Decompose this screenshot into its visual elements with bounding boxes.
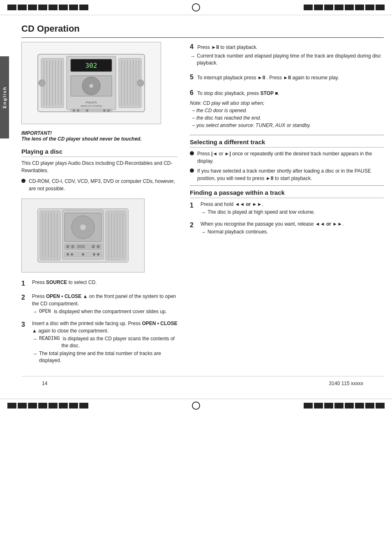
bottom-decorative-bar (0, 399, 392, 412)
step-4-arrow: → Current track number and elapsed playi… (190, 53, 384, 67)
arrow-icon: → (32, 335, 37, 343)
language-tab: English (0, 56, 9, 138)
important-text: The lens of the CD player should never b… (21, 136, 178, 142)
next-track-bold: ►| (225, 151, 231, 157)
note-source-text: – you select another source: TUNER, AUX … (192, 122, 311, 128)
bar-block (324, 5, 333, 10)
svg-point-30 (107, 109, 110, 112)
step-4-play-bold: ►II (211, 44, 219, 50)
finding-step-1-content: Press and hold ◄◄ or ►►. → The disc is p… (201, 201, 384, 216)
step-3-arrow2: → The total playing time and the total n… (32, 350, 178, 364)
svg-point-22 (89, 84, 93, 88)
finding-step-2-content: When you recognise the passage you want,… (201, 220, 384, 236)
bar-block (334, 5, 344, 10)
step-3-open-close-bold: OPEN • CLOSE ▲ (32, 321, 178, 334)
note-source-italic: you select another source: TUNER, AUX or… (196, 122, 311, 128)
top-bar-right-blocks (304, 5, 385, 10)
bullet-icon (190, 169, 194, 173)
compass-circle-top (192, 3, 200, 12)
step-5-number: 5 (190, 74, 194, 81)
bar-block (365, 403, 374, 409)
step-2-open-close-bold: OPEN • CLOSE ▲ (46, 293, 88, 299)
finding-step-1-arrow-text: The disc is played at high speed and low… (208, 209, 315, 216)
selecting-bullet-1-text: Press |◄ or ►| once or repeatedly until … (197, 150, 384, 165)
finding-passage-heading: Finding a passage within a track (190, 189, 384, 198)
bar-block (314, 5, 323, 10)
rew-ff-bold: ◄◄ or ►► (235, 201, 262, 207)
svg-point-31 (39, 80, 45, 86)
svg-point-27 (77, 109, 79, 112)
bar-block (345, 403, 354, 409)
note-disc-end-italic: the disc has reached the end. (196, 115, 261, 121)
svg-rect-55 (77, 245, 85, 248)
bar-block (304, 403, 313, 409)
finding-step-2: 2 When you recognise the passage you wan… (190, 220, 384, 236)
svg-point-29 (103, 109, 106, 112)
prev-track-bold: |◄ (211, 151, 217, 157)
top-bar-center (88, 3, 304, 12)
playing-disc-intro: This CD player plays Audio Discs includi… (21, 159, 178, 174)
step-2-arrow-text: OPEN (39, 308, 51, 315)
step-2-number: 2 (21, 293, 29, 316)
bullet-cdrom-text: CD-ROM, CD-I, CDV, VCD, MP3, DVD or comp… (29, 178, 178, 192)
step-3: 3 Insert a disc with the printed side fa… (21, 320, 178, 364)
finding-step-2-arrow: → Normal playback continues. (201, 229, 384, 236)
svg-point-56 (92, 245, 95, 248)
bar-block (48, 5, 58, 10)
selecting-bullet-1: Press |◄ or ►| once or repeatedly until … (190, 150, 384, 165)
bottom-bar-left (7, 403, 88, 409)
step-3-arrow1-text: is displayed as the CD player scans the … (61, 335, 178, 349)
bar-block (59, 5, 68, 10)
bottom-bar-right (304, 403, 385, 409)
bar-block (304, 5, 313, 10)
bar-block (69, 403, 78, 409)
page-footer: 14 3140 115 xxxxx (21, 376, 384, 389)
model-number: 3140 115 xxxxx (329, 381, 363, 386)
divider-2 (190, 185, 384, 186)
svg-point-26 (73, 109, 75, 112)
step-1: 1 Press SOURCE to select CD. (21, 279, 178, 289)
step-3-reading-text: READING (39, 335, 60, 342)
bar-block (376, 403, 385, 409)
bar-block (79, 5, 88, 10)
finding-step-2-arrow-text: Normal playback continues. (208, 229, 268, 235)
bar-block (355, 5, 364, 10)
bar-block (355, 403, 364, 409)
bar-block (376, 5, 385, 10)
step-3-content: Insert a disc with the printed side faci… (32, 320, 178, 364)
svg-point-59 (67, 253, 69, 256)
svg-point-62 (93, 253, 95, 256)
bullet-icon (21, 179, 25, 183)
selecting-bullet-2: If you have selected a track number shor… (190, 167, 384, 182)
svg-point-32 (137, 80, 144, 86)
step-6-note-label: Note: CD play will also stop when; (190, 100, 264, 106)
arrow-icon: → (190, 53, 195, 60)
finding-step-1-arrow: → The disc is played at high speed and l… (201, 209, 384, 216)
two-column-layout: 302 PHILIPS MICRO HI-FI SYSTEM (21, 42, 384, 368)
selecting-bullet-2-text: If you have selected a track number shor… (197, 167, 384, 182)
right-column: 4 Press ►II to start playback. → Current… (190, 42, 384, 368)
bar-block (18, 403, 27, 409)
device-illustration-bottom (25, 203, 141, 268)
bar-block (7, 403, 16, 409)
language-label: English (2, 86, 7, 108)
note-door-italic: the CD door is opened. (196, 108, 247, 113)
page-number: 14 (42, 381, 47, 386)
arrow-icon: → (201, 229, 206, 236)
left-column: 302 PHILIPS MICRO HI-FI SYSTEM (21, 42, 178, 368)
step-6-number: 6 (190, 89, 194, 96)
step-3-arrow2-text: The total playing time and the total num… (39, 350, 178, 364)
step-3-arrow1: → READING is displayed as the CD player … (32, 335, 178, 349)
step-2: 2 Press OPEN • CLOSE ▲ on the front pane… (21, 293, 178, 316)
step-3-number: 3 (21, 320, 29, 364)
step-6: 6 To stop disc playback, press STOP ■. N… (190, 88, 384, 129)
svg-point-28 (86, 109, 88, 112)
svg-point-54 (71, 245, 74, 248)
note-disc-end-text: – the disc has reached the end. (192, 115, 261, 121)
svg-point-61 (82, 253, 84, 256)
bar-block (345, 5, 354, 10)
bottom-bar-center (90, 402, 302, 410)
selecting-track-heading: Selecting a different track (190, 138, 384, 148)
step-5-play-bold1: ►II (258, 75, 265, 81)
step-1-number: 1 (21, 279, 29, 289)
